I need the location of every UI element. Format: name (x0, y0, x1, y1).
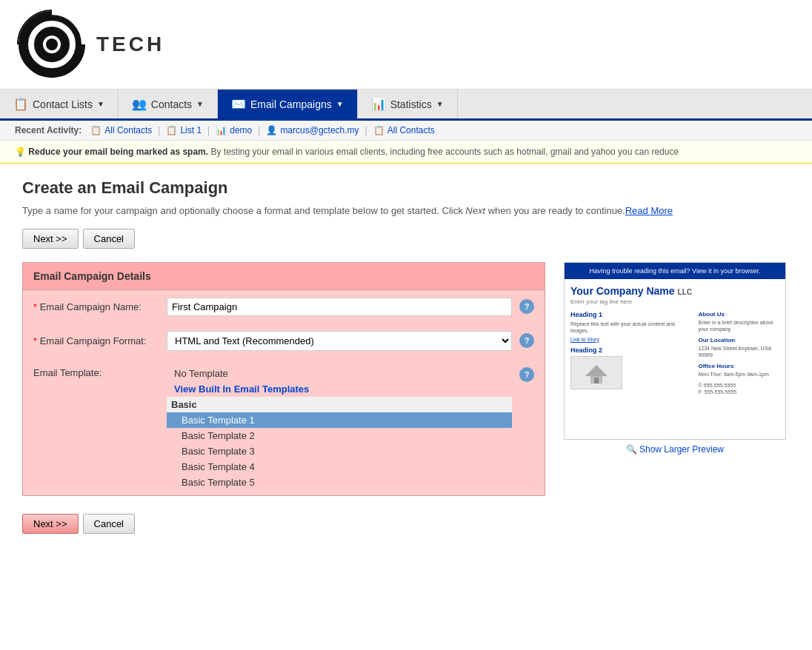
preview-location-heading: Our Location (698, 337, 779, 344)
spam-warning-bold: Reduce your email being marked as spam. (28, 147, 208, 157)
nav-contacts-label: Contacts (151, 98, 192, 110)
template-label: Email Template: (33, 366, 159, 378)
header: TECH (0, 0, 812, 90)
campaign-format-label: * Email Campaign Format: (33, 335, 159, 346)
preview-image-placeholder (570, 356, 622, 389)
preview-two-col: Heading 1 Replace this text with your ac… (570, 311, 779, 396)
template-item-view-built-in[interactable]: View Built In Email Templates (167, 381, 512, 397)
recent-item-3-label: marcus@gctech.my (280, 125, 359, 135)
recent-item-0-icon: 📋 (90, 125, 102, 135)
template-item-basic-5[interactable]: Basic Template 5 (167, 475, 512, 488)
recent-item-3-icon: 👤 (266, 125, 277, 135)
campaign-format-help-icon[interactable]: ? (519, 333, 534, 348)
nav-email-campaigns[interactable]: ✉️ Email Campaigns ▼ (218, 90, 358, 118)
spam-warning-icon: 💡 (15, 147, 26, 157)
nav-statistics-label: Statistics (390, 98, 432, 110)
recent-item-0[interactable]: 📋 All Contacts (90, 125, 152, 135)
logo: TECH (15, 7, 797, 81)
preview-right-col: About Us Enter in a brief description ab… (698, 311, 779, 396)
recent-item-1[interactable]: 📋 List 1 (166, 125, 202, 135)
nav-contacts[interactable]: 👥 Contacts ▼ (119, 90, 218, 118)
contacts-icon: 👥 (132, 97, 147, 111)
preview-left-col: Heading 1 Replace this text with your ac… (570, 311, 692, 396)
campaign-name-label: * Email Campaign Name: (33, 301, 159, 312)
top-next-button[interactable]: Next >> (22, 229, 79, 249)
spam-warning-text: By testing your email in various email c… (210, 147, 679, 157)
preview-phone2: F: 555-555-5555 (698, 389, 779, 395)
contact-lists-icon: 📋 (13, 97, 28, 111)
preview-panel: Having trouble reading this email? View … (560, 262, 790, 455)
template-item-basic-4[interactable]: Basic Template 4 (167, 459, 512, 475)
template-item-basic-3[interactable]: Basic Template 3 (167, 443, 512, 459)
campaign-details-box: Email Campaign Details * Email Campaign … (22, 262, 545, 496)
nav-contact-lists-label: Contact Lists (33, 98, 93, 110)
recent-item-4[interactable]: 📋 All Contacts (373, 125, 435, 135)
preview-heading2: Heading 2 (570, 346, 692, 354)
bottom-cancel-button[interactable]: Cancel (83, 514, 135, 534)
page-desc-italic: Next (465, 205, 485, 216)
nav-contact-lists-arrow: ▼ (97, 100, 104, 108)
preview-company-name: Your Company Name LLC (570, 285, 779, 297)
nav-contacts-arrow: ▼ (196, 100, 204, 108)
template-help-icon[interactable]: ? (519, 367, 534, 382)
format-required-star: * (33, 335, 40, 346)
svg-marker-3 (585, 365, 608, 376)
preview-header-text: Having trouble reading this email? View … (590, 267, 761, 275)
preview-phone1: © 555-555-5555 (698, 382, 779, 389)
template-list-scroll[interactable]: No Template View Built In Email Template… (167, 366, 512, 488)
preview-heading1-desc: Replace this text with your actual conte… (570, 321, 692, 334)
page-title: Create an Email Campaign (22, 178, 790, 198)
template-item-basic-1[interactable]: Basic Template 1 (167, 412, 512, 428)
page-description: Type a name for your campaign and option… (22, 204, 790, 218)
recent-activity-bar: Recent Activity: 📋 All Contacts | 📋 List… (0, 121, 812, 141)
top-cancel-button[interactable]: Cancel (83, 229, 135, 249)
campaign-box-title: Email Campaign Details (23, 263, 545, 290)
nav-email-campaigns-arrow: ▼ (336, 100, 344, 108)
page-desc-post: when you are ready to continue. (485, 205, 625, 216)
recent-activity-label: Recent Activity: (15, 125, 81, 135)
campaign-format-select[interactable]: HTML and Text (Recommended) HTML Only Te… (167, 331, 512, 351)
show-larger-preview-text: Show Larger Preview (639, 444, 724, 455)
template-row: Email Template: No Template View Built I… (23, 358, 545, 495)
nav-email-campaigns-label: Email Campaigns (250, 98, 332, 110)
main-nav: 📋 Contact Lists ▼ 👥 Contacts ▼ ✉️ Email … (0, 90, 812, 121)
preview-link1: Link to Story (570, 337, 692, 342)
preview-location: Our Location 1234 New Street Anytown, US… (698, 337, 779, 358)
campaign-name-input[interactable] (167, 298, 512, 316)
campaign-format-row: * Email Campaign Format: HTML and Text (… (23, 324, 545, 358)
spam-warning: 💡 Reduce your email being marked as spam… (0, 141, 812, 164)
recent-item-3[interactable]: 👤 marcus@gctech.my (266, 125, 359, 135)
template-item-no-template[interactable]: No Template (167, 366, 512, 381)
show-larger-preview-link[interactable]: 🔍 Show Larger Preview (626, 444, 724, 455)
template-preview-image: Having trouble reading this email? View … (564, 262, 786, 440)
main-layout: Email Campaign Details * Email Campaign … (22, 262, 790, 496)
recent-item-4-icon: 📋 (373, 125, 385, 135)
recent-item-1-label: List 1 (180, 125, 202, 135)
name-required-star: * (33, 301, 40, 312)
preview-heading1: Heading 1 (570, 311, 692, 318)
recent-item-2-icon: 📊 (216, 125, 227, 135)
page-content: Create an Email Campaign Type a name for… (0, 164, 812, 549)
recent-item-1-icon: 📋 (166, 125, 177, 135)
recent-item-2[interactable]: 📊 demo (216, 125, 252, 135)
campaign-name-help-icon[interactable]: ? (519, 299, 534, 314)
preview-header: Having trouble reading this email? View … (565, 263, 785, 279)
statistics-icon: 📊 (371, 97, 386, 111)
nav-statistics-arrow: ▼ (436, 100, 444, 108)
campaign-name-row: * Email Campaign Name: ? (23, 290, 545, 324)
template-item-basic-2[interactable]: Basic Template 2 (167, 428, 512, 443)
preview-location-text: 1234 New Street Anytown, USA 99999 (698, 345, 779, 358)
recent-item-2-label: demo (230, 125, 252, 135)
preview-tagline: Enter your tag line here (570, 298, 779, 305)
preview-about-us-text: Enter in a brief description about your … (698, 319, 779, 332)
email-campaigns-icon: ✉️ (231, 97, 246, 111)
preview-about-us-heading: About Us (698, 311, 779, 318)
nav-contact-lists[interactable]: 📋 Contact Lists ▼ (0, 90, 119, 118)
bottom-next-button[interactable]: Next >> (22, 514, 79, 534)
read-more-link[interactable]: Read More (625, 205, 673, 216)
house-icon (582, 361, 611, 383)
svg-point-2 (44, 37, 59, 52)
nav-statistics[interactable]: 📊 Statistics ▼ (358, 90, 458, 118)
top-button-row: Next >> Cancel (22, 229, 790, 249)
logo-text: TECH (96, 33, 164, 56)
